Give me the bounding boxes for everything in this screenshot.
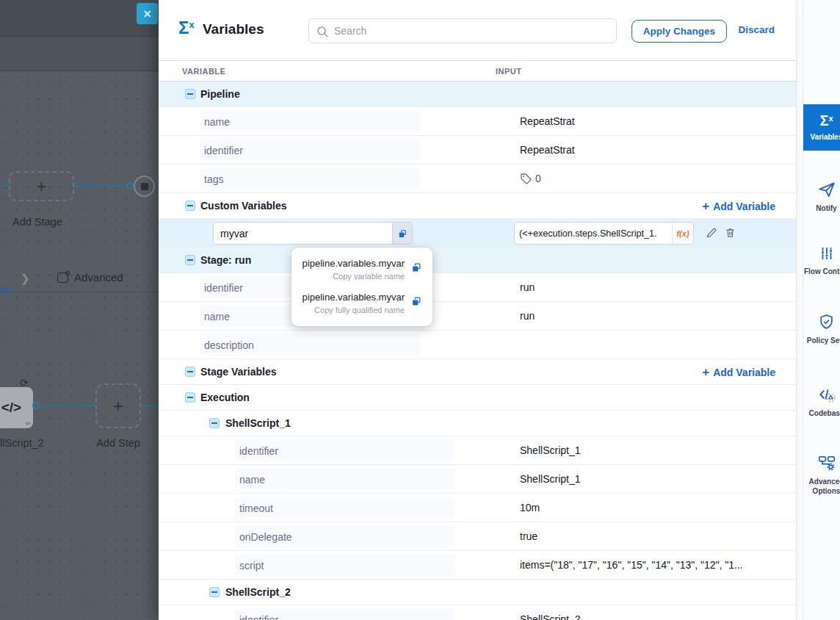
- copy-icon[interactable]: [410, 295, 422, 307]
- sidebar-item-flow-control[interactable]: Flow Control: [803, 245, 840, 276]
- variables-panel: Σx Variables Apply Changes Discard VARIA…: [159, 0, 797, 620]
- section-row-pipeline: Pipeline: [159, 82, 796, 107]
- sidebar-item-label: Codebase: [809, 408, 840, 418]
- trash-icon: [724, 227, 736, 239]
- variable-name-cell[interactable]: name: [235, 469, 455, 490]
- sidebar-item-notify[interactable]: Notify: [803, 180, 840, 213]
- collapse-icon[interactable]: [209, 418, 220, 428]
- copy-icon: [397, 228, 408, 239]
- collapse-icon[interactable]: [185, 392, 195, 403]
- search-box: [308, 18, 617, 43]
- table-row: name run: [159, 302, 796, 331]
- copy-variable-button[interactable]: [392, 223, 412, 244]
- close-icon[interactable]: ✕: [137, 3, 158, 24]
- variable-name-input-group: [213, 222, 413, 245]
- column-header-input: INPUT: [496, 67, 522, 76]
- variable-value: RepeatStrat: [520, 115, 575, 127]
- edge-line: [0, 185, 9, 187]
- pipeline-canvas: ✕ + Add Stage ⟳ </> ‹/› + ShellScript_2 …: [0, 0, 159, 620]
- section-title: ShellScript_1: [225, 417, 291, 429]
- variable-label: identifier: [239, 444, 278, 456]
- sidebar-item-policy-sets[interactable]: Policy Sets: [803, 313, 840, 345]
- variable-name-input[interactable]: [214, 223, 392, 244]
- section-row-execution: Execution: [159, 385, 796, 411]
- variable-value: run: [520, 310, 535, 322]
- section-title: Stage Variables: [200, 366, 277, 378]
- section-title: Custom Variables: [200, 200, 287, 212]
- variable-label: onDelegate: [239, 530, 292, 542]
- tab-advanced[interactable]: ⚙ Advanced: [57, 271, 123, 284]
- variable-path-text: pipeline.variables.myvar: [303, 258, 405, 269]
- canvas-toolbar-bar: [0, 37, 159, 71]
- copy-fqn-item[interactable]: pipeline.variables.myvar Copy fully qual…: [302, 292, 422, 314]
- variable-name-cell[interactable]: name: [200, 111, 421, 132]
- sidebar-item-label: Advanced Options: [803, 477, 840, 496]
- variable-value-field[interactable]: (<+execution.steps.ShellScript_1. f(x): [514, 222, 694, 245]
- sidebar-item-codebase[interactable]: Codebase: [803, 385, 840, 418]
- add-stage-node[interactable]: +: [9, 171, 74, 201]
- sidebar-item-variables[interactable]: Σx Variables: [803, 104, 840, 151]
- section-row-stage-variables: Stage Variables +Add Variable: [159, 359, 796, 385]
- collapse-icon[interactable]: [185, 255, 195, 265]
- section-row-shellscript1: ShellScript_1: [159, 411, 796, 436]
- custom-variable-row: (<+execution.steps.ShellScript_1. f(x): [159, 219, 796, 248]
- variable-name-cell[interactable]: identifier: [235, 609, 455, 620]
- shield-check-icon: [817, 313, 836, 331]
- table-row: name RepeatStrat: [159, 107, 796, 136]
- table-row: tags 0: [159, 165, 796, 193]
- collapse-icon[interactable]: [185, 201, 195, 211]
- collapse-icon[interactable]: [185, 367, 195, 377]
- add-step-node[interactable]: +: [95, 383, 141, 428]
- collapse-icon[interactable]: [185, 89, 195, 99]
- edge-line: [41, 405, 95, 407]
- delete-variable-button[interactable]: [724, 227, 736, 239]
- edit-variable-button[interactable]: [705, 226, 718, 239]
- search-input[interactable]: [309, 19, 616, 43]
- variable-name-cell[interactable]: tags: [200, 168, 421, 190]
- add-stage-label: Add Stage: [12, 216, 62, 228]
- step-out-port[interactable]: [32, 402, 40, 409]
- variable-value: ShellScript_2: [520, 613, 581, 620]
- variable-name-cell[interactable]: onDelegate: [235, 526, 455, 547]
- search-icon: [316, 26, 328, 37]
- add-variable-label: Add Variable: [713, 366, 775, 378]
- variable-name-cell[interactable]: script: [235, 555, 455, 576]
- plus-icon: +: [702, 366, 709, 378]
- table-row: identifier ShellScript_1: [159, 436, 796, 465]
- variable-name-cell[interactable]: description: [200, 334, 421, 356]
- chevron-right-icon[interactable]: ❯: [21, 272, 30, 285]
- variable-value: run: [520, 281, 535, 293]
- sidebar-item-label: Policy Sets: [807, 336, 840, 345]
- paper-plane-icon: [817, 180, 836, 199]
- variable-label: description: [204, 339, 254, 350]
- expression-fx-button[interactable]: f(x): [672, 223, 693, 244]
- tabbar-divider: [0, 292, 159, 292]
- table-row: name ShellScript_1: [159, 465, 796, 494]
- apply-changes-button[interactable]: Apply Changes: [631, 20, 727, 43]
- variable-name-cell[interactable]: identifier: [235, 440, 455, 461]
- add-variable-button[interactable]: +Add Variable: [702, 200, 775, 212]
- active-tab-indicator: [0, 289, 13, 292]
- discard-button[interactable]: Discard: [738, 24, 775, 35]
- link-port-dot: [126, 182, 134, 190]
- pencil-icon: [705, 226, 718, 239]
- sidebar-item-advanced-options[interactable]: Advanced Options: [803, 453, 840, 496]
- shellscript2-step-node[interactable]: </> ‹/›: [0, 387, 33, 428]
- variables-sigma-icon: Σx: [819, 113, 833, 128]
- variable-label: identifier: [204, 144, 243, 156]
- column-header-variable: VARIABLE: [182, 67, 225, 76]
- add-variable-button[interactable]: +Add Variable: [702, 366, 775, 378]
- copy-action-hint: Copy variable name: [333, 272, 405, 281]
- variable-name-cell[interactable]: timeout: [235, 497, 455, 519]
- collapse-icon[interactable]: [209, 587, 220, 597]
- variable-name-cell[interactable]: identifier: [200, 140, 421, 161]
- tag-icon: [520, 173, 532, 184]
- edge-line: [141, 405, 159, 407]
- copy-menu: pipeline.variables.myvar Copy variable n…: [292, 248, 432, 326]
- copy-icon[interactable]: [410, 262, 422, 273]
- panel-header: Σx Variables Apply Changes Discard: [159, 0, 796, 61]
- variable-value: items=("18", "17", "16", "15", "14", "13…: [520, 559, 743, 571]
- tags-count: 0: [535, 173, 541, 184]
- copy-variable-name-item[interactable]: pipeline.variables.myvar Copy variable n…: [302, 258, 422, 281]
- edge-line: [74, 185, 131, 187]
